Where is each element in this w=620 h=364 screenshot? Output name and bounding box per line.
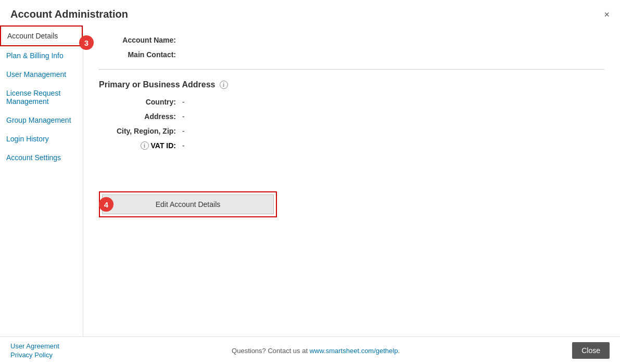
sidebar-item-login-history[interactable]: Login History <box>0 129 83 148</box>
close-top-button[interactable]: × <box>604 10 610 19</box>
sidebar: Account Details Plan & Billing Info User… <box>0 25 83 336</box>
modal-title: Account Administration <box>10 8 128 20</box>
address-row: Address: - <box>99 112 604 121</box>
main-contact-label: Main Contact: <box>99 50 182 59</box>
country-row: Country: - <box>99 98 604 106</box>
edit-btn-box: Edit Account Details <box>99 191 277 217</box>
footer-contact-text: Questions? Contact us at <box>232 347 310 355</box>
vat-info-icon[interactable]: i <box>141 141 149 150</box>
user-agreement-link[interactable]: User Agreement <box>10 342 59 350</box>
edit-btn-wrapper: 4 Edit Account Details <box>99 191 604 217</box>
city-region-zip-row: City, Region, Zip: - <box>99 127 604 135</box>
address-value: - <box>182 112 185 121</box>
modal-body: Account Details Plan & Billing Info User… <box>0 25 620 336</box>
privacy-policy-link[interactable]: Privacy Policy <box>10 351 59 359</box>
section-info-icon[interactable]: i <box>220 81 228 89</box>
sidebar-item-account-settings[interactable]: Account Settings <box>0 148 83 167</box>
sidebar-item-account-details[interactable]: Account Details <box>0 25 83 46</box>
sidebar-item-license-request[interactable]: License Request Management <box>0 84 83 111</box>
city-region-zip-value: - <box>182 127 185 135</box>
address-label: Address: <box>99 112 182 121</box>
sidebar-item-group-management[interactable]: Group Management <box>0 111 83 129</box>
modal: 3 Account Administration × Account Detai… <box>0 0 620 364</box>
modal-header: Account Administration × <box>0 0 620 25</box>
section-title-text: Primary or Business Address <box>99 80 216 89</box>
section-title: Primary or Business Address i <box>99 80 604 89</box>
close-footer-button[interactable]: Close <box>572 342 610 359</box>
footer-contact-period: . <box>398 347 400 355</box>
footer-contact: Questions? Contact us at www.smartsheet.… <box>232 347 400 355</box>
sidebar-item-plan-billing[interactable]: Plan & Billing Info <box>0 46 83 65</box>
content-area: Account Name: Main Contact: Primary or B… <box>83 25 620 336</box>
vat-id-row: i VAT ID: - <box>99 141 604 150</box>
vat-id-value: - <box>182 141 185 150</box>
modal-footer: User Agreement Privacy Policy Questions?… <box>0 336 620 364</box>
account-name-label: Account Name: <box>99 36 182 44</box>
vat-id-label-wrapper: i VAT ID: <box>99 141 182 150</box>
account-name-row: Account Name: <box>99 36 604 44</box>
step-3-badge: 3 <box>79 35 94 50</box>
main-contact-row: Main Contact: <box>99 50 604 59</box>
section-divider <box>99 69 604 70</box>
sidebar-item-user-management[interactable]: User Management <box>0 65 83 84</box>
country-value: - <box>182 98 185 106</box>
country-label: Country: <box>99 98 182 106</box>
edit-account-details-button[interactable]: Edit Account Details <box>102 194 274 214</box>
vat-id-label: VAT ID: <box>151 141 176 150</box>
city-region-zip-label: City, Region, Zip: <box>99 127 182 135</box>
footer-left: User Agreement Privacy Policy <box>10 342 59 359</box>
step-4-badge: 4 <box>99 197 113 212</box>
footer-contact-link[interactable]: www.smartsheet.com/gethelp <box>310 347 398 355</box>
